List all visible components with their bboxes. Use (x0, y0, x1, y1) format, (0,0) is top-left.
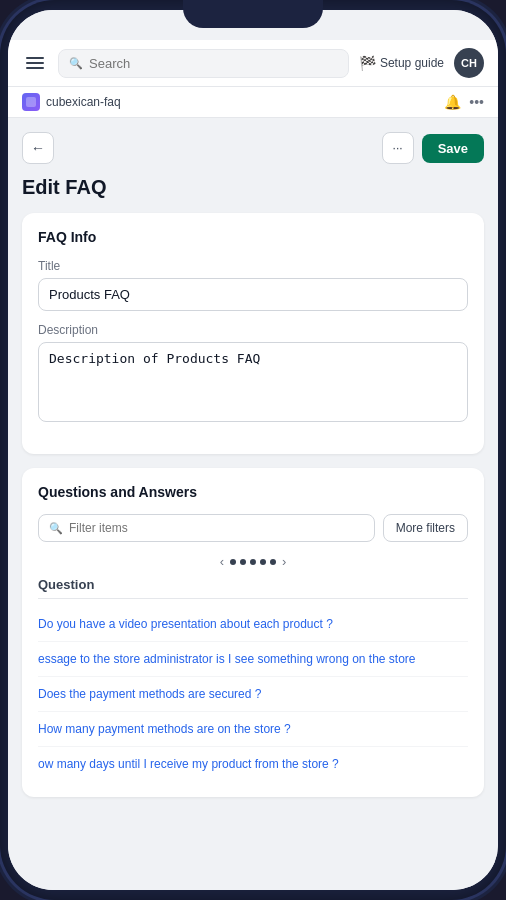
title-field-group: Title (38, 259, 468, 311)
page-title: Edit FAQ (22, 176, 484, 199)
dot-1 (230, 559, 236, 565)
flag-icon: 🏁 (359, 55, 376, 71)
app-icon (22, 93, 40, 111)
list-item[interactable]: How many payment methods are on the stor… (38, 712, 468, 747)
search-input[interactable] (89, 56, 338, 71)
svg-rect-0 (26, 97, 36, 107)
sub-nav: cubexican-faq 🔔 ••• (8, 87, 498, 118)
phone-screen: 🔍 🏁 Setup guide CH cubexican-faq 🔔 ••• (8, 10, 498, 890)
qa-list: Do you have a video presentation about e… (38, 607, 468, 781)
page-header: ← ··· Save (22, 132, 484, 164)
sub-nav-more-icon[interactable]: ••• (469, 94, 484, 110)
dot-4 (260, 559, 266, 565)
back-button[interactable]: ← (22, 132, 54, 164)
phone-notch (183, 0, 323, 28)
pagination-dots (230, 559, 276, 565)
search-bar[interactable]: 🔍 (58, 49, 349, 78)
avatar[interactable]: CH (454, 48, 484, 78)
title-label: Title (38, 259, 468, 273)
pagination-prev[interactable]: ‹ (220, 554, 224, 569)
phone-frame: 🔍 🏁 Setup guide CH cubexican-faq 🔔 ••• (0, 0, 506, 900)
filter-bar: 🔍 More filters (38, 514, 468, 542)
app-name: cubexican-faq (46, 95, 121, 109)
pagination-nav: ‹ › (38, 554, 468, 569)
description-label: Description (38, 323, 468, 337)
description-field-group: Description Description of Products FAQ (38, 323, 468, 426)
sub-nav-left: cubexican-faq (22, 93, 121, 111)
more-options-button[interactable]: ··· (382, 132, 414, 164)
list-item[interactable]: essage to the store administrator is I s… (38, 642, 468, 677)
column-header: Question (38, 577, 468, 599)
top-nav: 🔍 🏁 Setup guide CH (8, 40, 498, 87)
description-textarea[interactable]: Description of Products FAQ (38, 342, 468, 422)
filter-search-bar[interactable]: 🔍 (38, 514, 375, 542)
qa-card-title: Questions and Answers (38, 484, 468, 500)
bell-icon[interactable]: 🔔 (444, 94, 461, 110)
list-item[interactable]: Does the payment methods are secured ? (38, 677, 468, 712)
faq-info-card: FAQ Info Title Description Description o… (22, 213, 484, 454)
save-button[interactable]: Save (422, 134, 484, 163)
page-content: ← ··· Save Edit FAQ FAQ Info Title Descr… (8, 118, 498, 890)
setup-guide-label: Setup guide (380, 56, 444, 70)
faq-info-card-title: FAQ Info (38, 229, 468, 245)
hamburger-icon[interactable] (22, 53, 48, 73)
search-icon: 🔍 (69, 57, 83, 70)
dot-2 (240, 559, 246, 565)
filter-search-icon: 🔍 (49, 522, 63, 535)
header-actions: ··· Save (382, 132, 484, 164)
list-item[interactable]: Do you have a video presentation about e… (38, 607, 468, 642)
list-item[interactable]: ow many days until I receive my product … (38, 747, 468, 781)
sub-nav-right: 🔔 ••• (444, 94, 484, 110)
title-input[interactable] (38, 278, 468, 311)
filter-input[interactable] (69, 521, 364, 535)
dot-5 (270, 559, 276, 565)
setup-guide-button[interactable]: 🏁 Setup guide (359, 55, 444, 71)
pagination-next[interactable]: › (282, 554, 286, 569)
more-filters-button[interactable]: More filters (383, 514, 468, 542)
qa-card: Questions and Answers 🔍 More filters ‹ (22, 468, 484, 797)
dot-3 (250, 559, 256, 565)
